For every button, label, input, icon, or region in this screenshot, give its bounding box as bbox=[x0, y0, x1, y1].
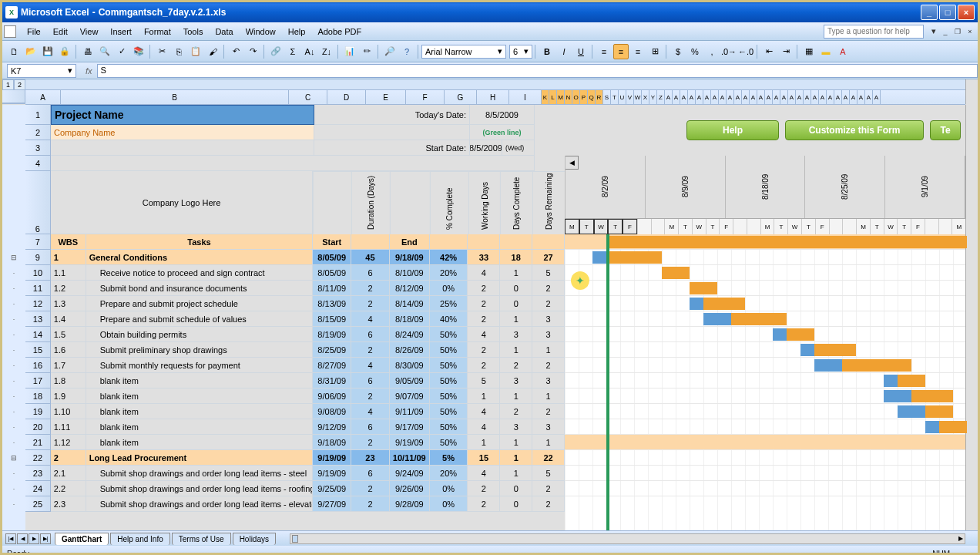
column-header[interactable]: I bbox=[509, 90, 542, 104]
column-header[interactable]: L bbox=[549, 90, 557, 104]
column-header[interactable]: Q bbox=[588, 90, 596, 104]
column-header[interactable]: A bbox=[780, 90, 788, 104]
column-header[interactable]: A bbox=[811, 90, 819, 104]
gantt-bar[interactable] bbox=[662, 267, 690, 279]
column-header[interactable]: A bbox=[711, 90, 719, 104]
gantt-day-header[interactable]: T bbox=[608, 219, 623, 234]
row-header[interactable]: 23 bbox=[25, 466, 51, 481]
column-header[interactable]: A bbox=[842, 90, 850, 104]
cell[interactable]: 2 bbox=[351, 435, 390, 450]
mdi-close-button[interactable]: × bbox=[964, 26, 976, 37]
column-header[interactable]: M bbox=[557, 90, 565, 104]
cell[interactable]: 6 bbox=[351, 419, 390, 435]
increase-decimal-button[interactable]: .0→ bbox=[721, 44, 737, 59]
sheet-tab-terms-of-use[interactable]: Terms of Use bbox=[172, 533, 231, 545]
font-size-select[interactable]: 6▾ bbox=[509, 45, 532, 59]
menu-data[interactable]: Data bbox=[209, 25, 239, 39]
cell[interactable]: 8/18/09 bbox=[390, 311, 430, 327]
cell[interactable]: 9/08/09 bbox=[313, 404, 351, 419]
cell[interactable]: 6 bbox=[351, 265, 390, 281]
cell[interactable]: 2 bbox=[532, 281, 565, 296]
row-header[interactable]: 14 bbox=[25, 327, 51, 342]
merge-center-button[interactable]: ⊞ bbox=[647, 44, 663, 59]
cell[interactable]: 9/26/09 bbox=[390, 481, 430, 496]
cell[interactable]: 9/19/09 bbox=[313, 466, 351, 481]
row-header[interactable]: 15 bbox=[25, 342, 51, 358]
cell[interactable]: 3 bbox=[500, 419, 532, 435]
window-close-button[interactable]: × bbox=[958, 5, 975, 20]
cell[interactable]: 1.12 bbox=[51, 435, 86, 450]
cell[interactable]: 3 bbox=[532, 327, 565, 342]
cell[interactable]: 3 bbox=[532, 373, 565, 388]
gantt-day-header[interactable]: M bbox=[760, 219, 774, 234]
gantt-day-header[interactable]: T bbox=[897, 219, 911, 234]
decrease-decimal-button[interactable]: ←.0 bbox=[738, 44, 753, 59]
cell[interactable]: 2 bbox=[532, 496, 565, 512]
cell[interactable]: 5 bbox=[532, 466, 565, 481]
gantt-bar[interactable] bbox=[898, 375, 925, 387]
column-header[interactable]: A bbox=[665, 90, 673, 104]
row-header[interactable]: 11 bbox=[25, 281, 51, 296]
decrease-indent-button[interactable]: ⇤ bbox=[761, 44, 777, 59]
cell[interactable]: Submit monthly requests for payment bbox=[86, 358, 314, 373]
column-header[interactable]: A bbox=[873, 90, 881, 104]
currency-button[interactable]: $ bbox=[670, 44, 686, 59]
cell[interactable]: 1 bbox=[500, 388, 532, 404]
gantt-day-header[interactable]: T bbox=[774, 219, 787, 234]
cell[interactable]: 2 bbox=[468, 311, 500, 327]
cell[interactable]: 9/05/09 bbox=[390, 373, 430, 388]
gantt-bar-complete[interactable] bbox=[703, 313, 731, 325]
italic-button[interactable]: I bbox=[556, 44, 572, 59]
cell[interactable]: 1.1 bbox=[51, 265, 86, 281]
cell[interactable]: 50% bbox=[430, 373, 468, 388]
cell[interactable]: 4 bbox=[468, 265, 500, 281]
cell[interactable]: 1 bbox=[500, 435, 532, 450]
cell[interactable]: 2 bbox=[532, 481, 565, 496]
cell[interactable]: 0 bbox=[500, 496, 532, 512]
tab-prev-button[interactable]: ◀ bbox=[17, 533, 28, 544]
cell[interactable]: 2 bbox=[500, 358, 532, 373]
cell[interactable]: 42% bbox=[430, 250, 468, 265]
cell[interactable]: 8/27/09 bbox=[313, 358, 351, 373]
cell[interactable]: 1 bbox=[532, 435, 565, 450]
column-header[interactable]: A bbox=[788, 90, 796, 104]
cell[interactable]: 2 bbox=[500, 404, 532, 419]
cell[interactable]: 2 bbox=[351, 388, 390, 404]
gantt-bar[interactable] bbox=[606, 251, 662, 264]
cell[interactable]: 50% bbox=[430, 435, 468, 450]
gantt-bar[interactable] bbox=[731, 313, 787, 325]
percent-button[interactable]: % bbox=[687, 44, 703, 59]
column-header[interactable]: O bbox=[572, 90, 580, 104]
cell[interactable]: 9/17/09 bbox=[390, 419, 430, 435]
fx-icon[interactable]: fx bbox=[81, 66, 97, 76]
column-header[interactable]: E bbox=[366, 90, 406, 104]
cell[interactable]: 1 bbox=[468, 388, 500, 404]
cell[interactable]: 8/10/09 bbox=[390, 265, 430, 281]
cell[interactable]: 8/24/09 bbox=[390, 327, 430, 342]
cell[interactable]: 3 bbox=[532, 311, 565, 327]
cell[interactable]: 1.3 bbox=[51, 296, 86, 311]
cell[interactable]: blank item bbox=[86, 373, 314, 388]
cell[interactable]: 2 bbox=[351, 481, 390, 496]
outline-level-1-button[interactable]: 1 bbox=[2, 79, 14, 90]
row-header[interactable]: 21 bbox=[25, 435, 51, 450]
paste-icon[interactable]: 📋 bbox=[188, 44, 203, 59]
menu-window[interactable]: Window bbox=[240, 25, 282, 39]
cell[interactable]: 50% bbox=[430, 342, 468, 358]
tab-next-button[interactable]: ▶ bbox=[29, 533, 39, 544]
column-header[interactable]: A bbox=[804, 90, 811, 104]
cell[interactable]: 1 bbox=[500, 466, 532, 481]
column-header[interactable]: A bbox=[850, 90, 858, 104]
window-minimize-button[interactable]: _ bbox=[921, 5, 938, 20]
column-header[interactable]: R bbox=[596, 90, 603, 104]
cell[interactable]: Prepare and submit schedule of values bbox=[86, 311, 314, 327]
column-header[interactable]: A bbox=[773, 90, 780, 104]
cell[interactable]: 1 bbox=[468, 435, 500, 450]
row-header[interactable]: 24 bbox=[25, 481, 51, 496]
cell[interactable]: 2 bbox=[468, 342, 500, 358]
gantt-bar[interactable] bbox=[911, 390, 953, 402]
cell[interactable]: 20% bbox=[430, 466, 468, 481]
column-header[interactable]: A bbox=[719, 90, 727, 104]
cell[interactable]: 4 bbox=[351, 311, 390, 327]
cell[interactable]: Submit shop drawings and order long lead… bbox=[86, 481, 314, 496]
